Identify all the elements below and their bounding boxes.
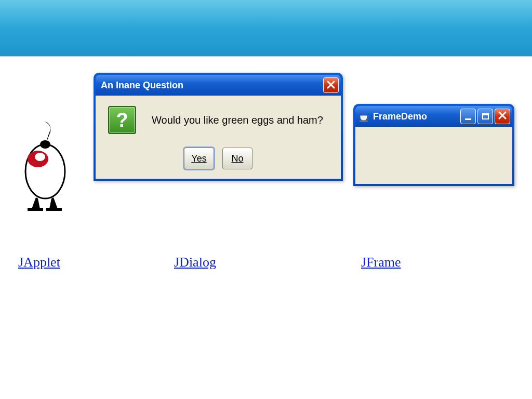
- links-row: JApplet JDialog JFrame: [0, 255, 532, 270]
- no-button[interactable]: No: [222, 148, 252, 169]
- dialog-button-row: Yes No: [108, 148, 328, 169]
- jframe-window: FrameDemo: [353, 104, 514, 186]
- maximize-button[interactable]: [477, 109, 493, 124]
- frame-title-left: FrameDemo: [358, 110, 427, 123]
- top-banner: [0, 0, 532, 57]
- svg-point-3: [35, 153, 45, 161]
- content-row: An Inane Question ? Would you like green…: [0, 57, 532, 244]
- java-cup-icon: [358, 110, 369, 123]
- frame-close-button[interactable]: [495, 109, 510, 124]
- maximize-icon: [482, 113, 489, 119]
- tumbler-icon: [13, 119, 75, 213]
- frame-body: [355, 127, 512, 184]
- svg-rect-5: [46, 208, 62, 211]
- dialog-title: An Inane Question: [101, 80, 183, 91]
- frame-title: FrameDemo: [373, 111, 427, 122]
- close-button[interactable]: [323, 77, 339, 93]
- svg-point-1: [40, 140, 50, 149]
- jdialog-link[interactable]: JDialog: [174, 255, 216, 270]
- frame-titlebar[interactable]: FrameDemo: [355, 106, 512, 127]
- minimize-button[interactable]: [460, 109, 476, 124]
- jdialog-window: An Inane Question ? Would you like green…: [94, 73, 343, 181]
- japplet-link[interactable]: JApplet: [18, 255, 60, 270]
- dialog-body: ? Would you like green eggs and ham? Yes…: [96, 96, 341, 179]
- minimize-icon: [465, 118, 471, 120]
- svg-rect-6: [360, 121, 368, 122]
- question-icon: ?: [108, 106, 136, 134]
- window-controls: [460, 109, 510, 124]
- close-icon: [498, 111, 507, 122]
- yes-button[interactable]: Yes: [184, 148, 214, 169]
- jframe-link[interactable]: JFrame: [361, 255, 401, 270]
- japplet-mascot: [13, 119, 75, 213]
- dialog-content: ? Would you like green eggs and ham?: [108, 106, 328, 134]
- dialog-titlebar[interactable]: An Inane Question: [96, 75, 341, 96]
- dialog-message: Would you like green eggs and ham?: [152, 114, 323, 126]
- close-icon: [327, 79, 335, 91]
- svg-rect-4: [28, 208, 43, 211]
